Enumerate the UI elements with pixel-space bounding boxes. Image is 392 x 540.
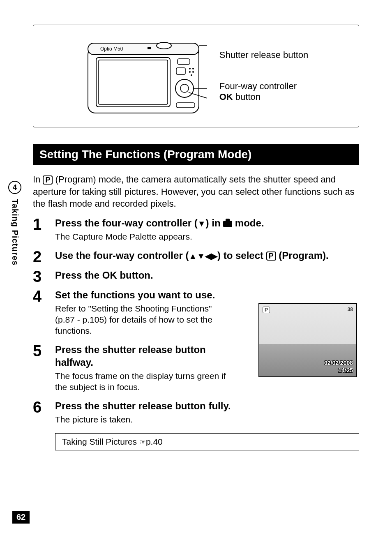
step-number: 1 [33, 217, 45, 245]
step-title: Press the shutter release button halfway… [55, 343, 232, 369]
p-mode-icon: P [43, 175, 53, 185]
step-title: Press the OK button. [55, 269, 359, 282]
t: Press the [55, 270, 102, 281]
step-desc: The picture is taken. [55, 414, 359, 425]
step-number: 3 [33, 269, 45, 284]
svg-point-11 [189, 71, 191, 73]
page-number: 62 [12, 511, 30, 524]
svg-rect-4 [148, 47, 151, 49]
t: Use the four-way controller ( [55, 250, 189, 261]
step-number: 6 [33, 399, 45, 427]
ok-bold-text: OK [219, 92, 233, 102]
step-desc: The Capture Mode Palette appears. [55, 231, 359, 242]
step-title: Set the functions you want to use. [55, 288, 232, 301]
t: button. [117, 270, 153, 281]
step-title: Press the shutter release button fully. [55, 399, 359, 412]
svg-point-10 [192, 68, 194, 69]
step-number: 4 [33, 288, 45, 339]
diagram-labels: Shutter release button Four-way controll… [219, 50, 308, 102]
lcd-preview-screenshot: P 38 02/02/2008 14:25 [258, 303, 357, 377]
t: mode. [232, 217, 264, 228]
t: Press the four-way controller ( [55, 217, 198, 228]
intro-rest: (Program) mode, the camera automatically… [33, 174, 355, 209]
ref-text: Taking Still Pictures [62, 437, 139, 446]
svg-point-13 [191, 74, 192, 76]
svg-point-3 [157, 42, 171, 49]
step-6: 6 Press the shutter release button fully… [33, 399, 359, 427]
camera-diagram-box: Optio M50 Shutter release button Four-wa… [33, 25, 359, 127]
label-ok-button: OK button [219, 92, 308, 102]
t: ) to select [217, 250, 266, 261]
svg-text:Optio M50: Optio M50 [100, 46, 123, 52]
svg-rect-6 [99, 60, 168, 104]
intro-paragraph: In P (Program) mode, the camera automati… [33, 173, 359, 210]
intro-prefix: In [33, 174, 43, 185]
ok-text: OK [102, 270, 117, 281]
lcd-time: 14:25 [324, 367, 353, 374]
step-2: 2 Use the four-way controller (▲▼◀▶) to … [33, 249, 359, 265]
step-desc: Refer to "Setting the Shooting Functions… [55, 303, 232, 337]
label-fourway: Four-way controller [219, 81, 308, 92]
ok-button-suffix: button [233, 92, 261, 102]
camera-diagram-svg: Optio M50 [84, 35, 207, 117]
lcd-p-badge: P [263, 307, 270, 313]
camera-mode-icon [223, 221, 232, 227]
svg-point-15 [180, 84, 189, 92]
lcd-date: 02/02/2008 [324, 359, 353, 367]
pointing-hand-icon: ☞ [139, 438, 146, 446]
t: ) in [206, 217, 224, 228]
svg-rect-7 [178, 59, 190, 65]
step-3: 3 Press the OK button. [33, 269, 359, 284]
ref-page: p.40 [146, 437, 163, 446]
fourway-arrows-icon: ▲▼◀▶ [189, 252, 217, 261]
step-number: 5 [33, 343, 45, 395]
step-title: Press the four-way controller (▼) in mod… [55, 217, 359, 229]
p-mode-icon: P [266, 252, 276, 261]
svg-point-9 [189, 68, 191, 69]
step-title: Use the four-way controller (▲▼◀▶) to se… [55, 249, 359, 262]
step-number: 2 [33, 249, 45, 265]
svg-point-12 [192, 71, 194, 73]
reference-box: Taking Still Pictures ☞p.40 [55, 433, 359, 450]
svg-rect-8 [176, 68, 185, 74]
down-arrow-icon: ▼ [198, 219, 206, 228]
label-shutter: Shutter release button [219, 50, 308, 60]
step-1: 1 Press the four-way controller (▼) in m… [33, 217, 359, 245]
t: (Program). [276, 250, 329, 261]
lcd-shot-count: 38 [348, 307, 353, 313]
svg-rect-16 [176, 103, 195, 108]
section-header: Setting The Functions (Program Mode) [33, 144, 359, 165]
step-desc: The focus frame on the display turns gre… [55, 370, 232, 393]
